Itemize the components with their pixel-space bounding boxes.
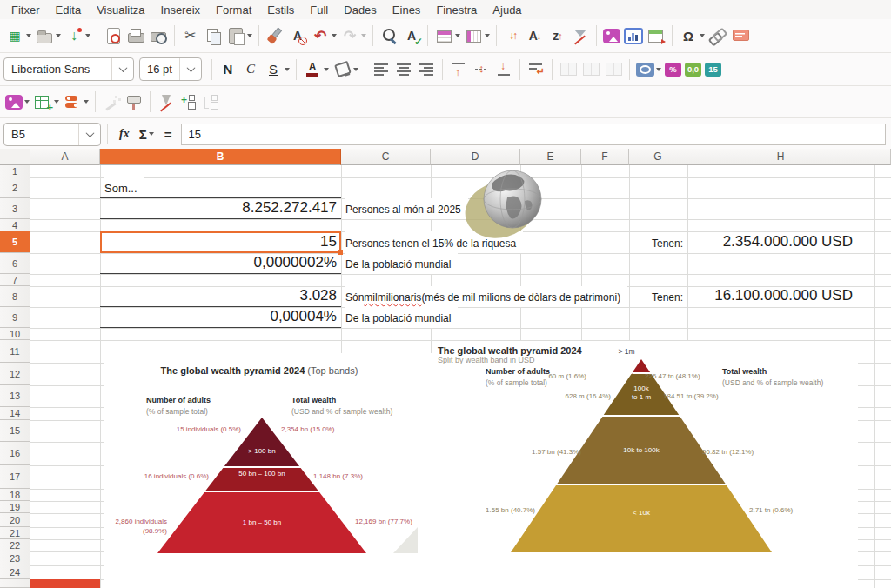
cell-A25[interactable]: [30, 579, 100, 588]
insert-image-icon[interactable]: [601, 28, 622, 44]
menu-edita[interactable]: Edita: [48, 1, 90, 19]
font-size-select-dropdown[interactable]: [179, 58, 201, 80]
special-character-icon[interactable]: Ω: [677, 26, 707, 46]
cell-C3[interactable]: Persones al món al 2025: [345, 198, 468, 219]
align-left-icon[interactable]: [370, 59, 392, 79]
rows-icon[interactable]: [432, 26, 462, 46]
font-name-select-dropdown[interactable]: [111, 58, 133, 80]
sort-icon[interactable]: ↓↑: [501, 26, 524, 46]
group-icon[interactable]: [178, 92, 200, 112]
cell-B3[interactable]: 8.252.272.417: [102, 198, 337, 219]
row-header-17[interactable]: 17: [0, 465, 30, 489]
column-header-E[interactable]: E: [520, 149, 581, 165]
row-header-16[interactable]: 16: [0, 442, 30, 465]
bold-icon[interactable]: N: [217, 59, 239, 79]
export-pdf-icon[interactable]: [102, 26, 124, 46]
row-header-11[interactable]: 11: [0, 340, 30, 363]
row-header-5[interactable]: 5: [0, 231, 30, 253]
menu-finestra[interactable]: Finestra: [428, 1, 485, 19]
sort-descending-icon[interactable]: z↑: [546, 26, 569, 46]
font-name-select[interactable]: Liberation Sans: [3, 57, 134, 81]
open-icon[interactable]: [33, 26, 63, 46]
row-header-13[interactable]: 13: [0, 385, 30, 407]
row-header-14[interactable]: 14: [0, 407, 30, 420]
menu-dades[interactable]: Dades: [336, 1, 385, 19]
row-header-7[interactable]: 7: [0, 274, 30, 286]
center-vertically-icon[interactable]: [470, 59, 492, 79]
cell-G8[interactable]: Tenen:: [631, 286, 683, 307]
column-header-H[interactable]: H: [687, 149, 874, 165]
column-header-B[interactable]: B: [100, 149, 341, 165]
autofilter-icon[interactable]: [569, 26, 592, 46]
formula-input[interactable]: 15: [181, 124, 886, 145]
wealth-pyramid-chart-wealth-bands[interactable]: The global wealth pyramid 2024Split by w…: [433, 341, 858, 588]
menu-fitxer[interactable]: Fitxer: [3, 1, 48, 19]
row-header-19[interactable]: 19: [0, 501, 30, 513]
currency-format-icon[interactable]: [634, 62, 663, 77]
cell-G5[interactable]: Tenen:: [631, 231, 683, 253]
autosum-button[interactable]: Σ: [135, 127, 158, 142]
comment-icon[interactable]: [729, 26, 752, 46]
sort-ascending-icon[interactable]: A↓: [524, 26, 546, 46]
column-header-A[interactable]: A: [30, 149, 100, 165]
font-size-select[interactable]: 16 pt: [139, 57, 202, 81]
align-top-icon[interactable]: [447, 59, 470, 79]
selection-fill-handle[interactable]: [338, 250, 343, 255]
column-header-F[interactable]: F: [581, 149, 629, 165]
italic-icon[interactable]: C: [239, 59, 262, 79]
highlight-color-icon[interactable]: [331, 59, 360, 79]
date-format-icon[interactable]: 15: [703, 62, 723, 77]
wealth-pyramid-chart-top-bands[interactable]: The global wealth pyramid 2024 (Top band…: [104, 353, 433, 588]
save-icon[interactable]: ↓: [63, 26, 92, 46]
spelling-icon[interactable]: A: [400, 26, 423, 46]
spreadsheet-grid[interactable]: ABCDEFGH12345678910111213141516171819202…: [0, 149, 891, 588]
cell-C6[interactable]: De la població mundial: [345, 253, 458, 274]
copy-icon[interactable]: [202, 26, 224, 46]
align-center-icon[interactable]: [392, 59, 415, 79]
row-header-1[interactable]: 1: [0, 165, 30, 177]
menu-format[interactable]: Format: [208, 1, 259, 19]
cell-B9[interactable]: 0,00004%: [102, 307, 337, 328]
paint-roller-icon[interactable]: [123, 92, 145, 112]
wrap-text-icon[interactable]: [525, 59, 547, 79]
insert-chart-icon[interactable]: [622, 27, 645, 45]
row-header-15[interactable]: 15: [0, 420, 30, 442]
cell-C9[interactable]: De la població mundial: [345, 307, 458, 328]
formula-button[interactable]: =: [158, 127, 178, 142]
align-right-icon[interactable]: [415, 59, 438, 79]
draw-functions-icon[interactable]: [155, 92, 178, 112]
row-header-6[interactable]: 6: [0, 253, 30, 274]
menu-estils[interactable]: Estils: [259, 1, 302, 19]
select-all-corner[interactable]: [0, 149, 30, 165]
form-controls-icon[interactable]: [61, 92, 90, 112]
cell-H5[interactable]: 2.354.000.000 USD: [689, 231, 853, 253]
align-bottom-icon[interactable]: [492, 59, 515, 79]
menu-ajuda[interactable]: Ajuda: [485, 1, 529, 19]
paste-icon[interactable]: [224, 26, 254, 46]
insert-image-icon[interactable]: [3, 94, 31, 110]
print-preview-icon[interactable]: [147, 26, 170, 46]
globe-image[interactable]: [464, 166, 547, 243]
cell-B2[interactable]: Som...: [104, 177, 144, 198]
column-header-D[interactable]: D: [431, 149, 520, 165]
menu-insereix[interactable]: Insereix: [153, 1, 209, 19]
cell-H8[interactable]: 16.100.000.000 USD: [689, 286, 853, 307]
name-box-dropdown[interactable]: [78, 124, 100, 145]
cut-icon[interactable]: ✂: [179, 26, 202, 46]
row-header-22[interactable]: 22: [0, 539, 30, 551]
cell-B8[interactable]: 3.028: [102, 286, 337, 307]
selected-cell-outline[interactable]: [100, 231, 341, 253]
column-header-C[interactable]: C: [341, 149, 431, 165]
column-header-partial[interactable]: [874, 149, 891, 165]
column-header-G[interactable]: G: [629, 149, 687, 165]
font-color-icon[interactable]: A: [301, 59, 331, 79]
cell-B6[interactable]: 0,0000002%: [102, 253, 337, 274]
row-header-8[interactable]: 8: [0, 286, 30, 307]
row-header-9[interactable]: 9: [0, 307, 30, 328]
percent-format-icon[interactable]: %: [663, 62, 683, 77]
row-header-2[interactable]: 2: [0, 177, 30, 198]
row-header-21[interactable]: 21: [0, 527, 30, 539]
menu-full[interactable]: Full: [302, 1, 336, 19]
cell-C8[interactable]: Són milmilionaris (més de mil milions de…: [345, 286, 627, 307]
number-format-icon[interactable]: 0,0: [683, 62, 703, 77]
